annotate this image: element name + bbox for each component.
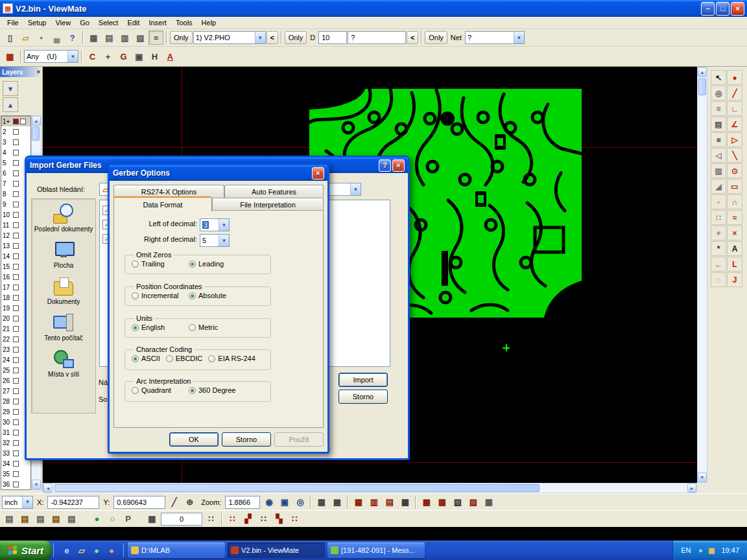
vertical-scroll-thumb[interactable] [698,78,706,95]
dcode-list-icon[interactable]: ▥ [366,495,381,509]
measure-point-icon[interactable]: ▧ [133,30,148,45]
radio-incremental[interactable]: Incremental [132,292,189,299]
chevron-down-icon[interactable]: ▼ [22,496,32,508]
layer-visible-checkbox[interactable] [13,243,19,249]
layer-stack-tool-icon[interactable]: ≡ [711,101,726,116]
radio-eia-rs-244[interactable]: EIA RS-244 [208,355,255,362]
lamp-p-icon[interactable]: P [121,512,136,526]
task-v2-bin-viewmate[interactable]: V2.bin - ViewMate [228,542,325,558]
select-dcodes-icon[interactable]: ▦ [86,30,101,45]
tab-data-format[interactable]: Data Format [113,196,212,211]
layer-visible-checkbox[interactable] [13,212,19,218]
ok-button[interactable]: OK [169,432,219,447]
layers-scroll-thumb[interactable] [32,126,40,141]
gear-tool-icon[interactable]: * [711,241,726,256]
ruler-bar-icon-2[interactable]: ▤ [18,512,32,526]
order-tool-icon[interactable]: ▥ [711,163,726,178]
layer-visible-checkbox[interactable] [13,253,19,259]
dcode-edit-icon[interactable]: ▤ [382,495,397,509]
layer-visible-checkbox[interactable] [13,471,19,477]
language-indicator[interactable]: EN [681,546,691,554]
layer-row-1[interactable]: 1+ [1,116,30,126]
close-icon[interactable]: × [312,167,324,180]
tab-file-interpretation[interactable]: File Interpretation [212,198,324,211]
clock[interactable]: 19:47 [721,546,739,554]
scroll-right-icon[interactable]: ► [687,484,696,493]
dcode-filter-input[interactable]: ? [348,31,406,44]
grid-tool-icon[interactable]: ∷ [711,210,726,225]
zoom-point-icon[interactable]: ◉ [261,495,276,509]
step-repeat-tool-icon[interactable]: ▫ [711,194,726,209]
close-button[interactable]: × [731,2,744,16]
zoom-all-icon[interactable]: ◎ [292,495,307,509]
grid-style-icon[interactable]: ▦ [145,512,160,526]
tab-auto-features[interactable]: Auto Features [224,185,324,198]
pad-tool-icon[interactable]: ■ [711,132,726,147]
import-button[interactable]: Import [338,373,388,387]
x-coordinate-field[interactable]: -0.942237 [47,496,99,509]
scroll-down-icon[interactable]: ▼ [32,480,41,489]
layer-visible-checkbox[interactable] [13,388,19,394]
layer-visible-checkbox[interactable] [13,409,19,415]
layer-visible-checkbox[interactable] [13,150,19,156]
chevron-down-icon[interactable]: ▼ [255,32,265,43]
fill-tool-icon[interactable]: ◢ [711,179,726,194]
import-cancel-button[interactable]: Storno [338,390,388,404]
layer-visible-checkbox[interactable] [13,316,19,321]
active-layer-color-icon[interactable] [13,119,19,124]
task-191-482-091-mess[interactable]: [191-482-091] - Mess... [327,542,425,558]
vertical-scrollbar[interactable]: ▲ ▼ [697,67,707,483]
restore-button[interactable]: □ [716,2,729,16]
only-dcode-toggle[interactable]: Only [285,31,307,44]
j-shape-tool-icon[interactable]: J [727,272,742,287]
y-coordinate-field[interactable]: 0.690643 [113,496,165,509]
dcode-input[interactable]: 10 [318,31,347,44]
radio-360-degree[interactable]: 360 Degree [189,386,246,394]
layer-visible-checkbox[interactable] [13,139,19,145]
context-help-icon[interactable]: ? [65,30,80,45]
previous-layer-button[interactable]: < [267,31,278,44]
cross-tool-icon[interactable]: + [711,226,726,240]
right-of-decimal-combo[interactable]: 5 ▼ [200,234,230,247]
horizontal-scroll-thumb[interactable] [54,484,540,492]
menu-item-file[interactable]: File [3,18,23,28]
new-file-icon[interactable]: ▯ [3,30,18,45]
radio-absolute[interactable]: Absolute [189,292,246,299]
only-layer-toggle[interactable]: Only [170,31,193,44]
layer-row-35[interactable]: 35 [1,469,30,479]
apply-button[interactable]: Použít [274,432,324,447]
aperture-type-combo[interactable]: Any (U) ▼ [24,50,78,63]
layer-row-3[interactable]: 3 [1,137,30,147]
layer-visible-checkbox[interactable] [13,170,19,176]
aperture-table-icon[interactable]: ▦ [3,49,18,64]
pointer-tool-icon[interactable]: ↖ [711,70,726,85]
layer-visible-checkbox[interactable] [13,336,19,342]
start-button[interactable]: Start [0,541,52,560]
cancel-button[interactable]: Storno [222,432,271,447]
radio-ascii[interactable]: ASCII [132,355,160,362]
layer-up-icon[interactable]: ▲ [3,97,18,112]
slant-line-tool-icon[interactable]: ╲ [727,148,742,163]
menu-item-go[interactable]: Go [75,18,94,28]
rotate-tool-icon[interactable]: ◌ [711,272,726,287]
radio-metric[interactable]: Metric [189,323,246,331]
layer-visible-checkbox[interactable] [20,119,26,124]
lamp-off-icon[interactable]: ○ [105,512,120,526]
net-cross-icon[interactable]: ▧ [466,495,480,509]
frame-icon[interactable]: ▣ [132,49,147,64]
place-computer[interactable]: Tento počítač [33,312,94,342]
tray-status-icon[interactable]: ● [695,545,706,555]
save-icon[interactable]: ▪ [34,30,49,45]
place-network[interactable]: Místa v síti [33,348,94,378]
film-tool-icon[interactable]: ▤ [711,117,726,132]
layer-visible-checkbox[interactable] [13,295,19,301]
layer-visible-checkbox[interactable] [13,274,19,280]
pad-pattern-icon-2[interactable]: ▞ [241,512,255,526]
arc-tool-icon[interactable]: ∩ [727,194,742,209]
layer-visible-checkbox[interactable] [13,264,19,270]
left-of-decimal-combo[interactable]: 3 ▼ [200,218,230,231]
scroll-up-icon[interactable]: ▲ [32,116,41,126]
minimize-button[interactable]: – [701,2,715,16]
item-query-icon[interactable]: ▤ [102,30,117,45]
ruler-bar-icon-3[interactable]: ▤ [33,512,48,526]
